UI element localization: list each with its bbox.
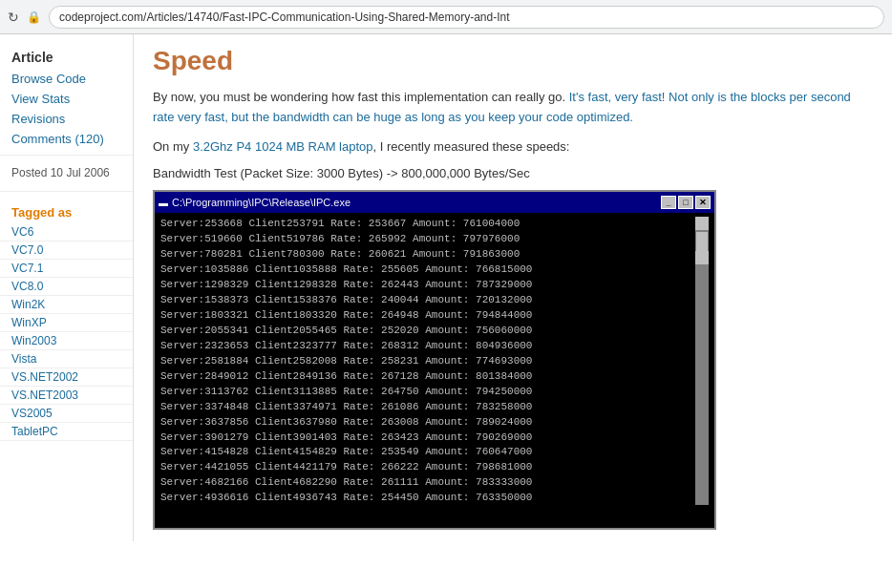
cmd-line: Server:4682166 Client4682290 Rate: 26111… — [160, 475, 691, 491]
cmd-line: Server:2581884 Client2582008 Rate: 25823… — [160, 354, 691, 369]
article-section-title: Article — [0, 44, 133, 69]
tag-vc80[interactable]: VC8.0 — [0, 278, 133, 296]
refresh-icon[interactable]: ↻ — [8, 10, 19, 25]
tag-vc71[interactable]: VC7.1 — [0, 260, 133, 278]
cmd-line: Server:519660 Client519786 Rate: 265992 … — [160, 232, 691, 247]
cmd-line: Server:2323653 Client2323777 Rate: 26831… — [160, 339, 691, 354]
cmd-line: Server:4936616 Client4936743 Rate: 25445… — [160, 491, 691, 505]
tag-tabletpc[interactable]: TabletPC — [0, 423, 133, 441]
cmd-line: Server:3374848 Client3374971 Rate: 26108… — [160, 400, 691, 415]
cmd-line: Server:3901279 Client3901403 Rate: 26342… — [160, 430, 691, 446]
cmd-icon: ▬ — [159, 198, 168, 208]
cmd-line: Server:1298329 Client1298328 Rate: 26244… — [160, 278, 691, 293]
cmd-line: Server:3637856 Client3637980 Rate: 26300… — [160, 415, 691, 430]
tag-vsnet2003[interactable]: VS.NET2003 — [0, 387, 133, 405]
cmd-line: Server:1803321 Client1803320 Rate: 26494… — [160, 308, 691, 324]
posted-info: Posted 10 Jul 2006 — [0, 161, 133, 185]
speed-line-highlight: 3.2Ghz P4 1024 MB RAM laptop — [193, 139, 373, 154]
sidebar-divider-2 — [0, 191, 133, 192]
cmd-titlebar: ▬ C:\Programming\IPC\Release\IPC.exe _ □… — [155, 192, 714, 213]
intro-text-normal: By now, you must be wondering how fast t… — [153, 90, 569, 104]
speed-line-text-2: , I recently measured these speeds: — [373, 139, 570, 154]
cmd-line: Server:1538373 Client1538376 Rate: 24004… — [160, 293, 691, 308]
cmd-line: Server:2055341 Client2055465 Rate: 25202… — [160, 324, 691, 339]
sidebar-link-comments[interactable]: Comments (120) — [0, 129, 133, 149]
tag-vs2005[interactable]: VS2005 — [0, 405, 133, 423]
page-layout: Article Browse Code View Stats Revisions… — [0, 34, 892, 541]
cmd-footer — [155, 509, 714, 528]
sidebar-link-revisions[interactable]: Revisions — [0, 109, 133, 129]
tag-win2003[interactable]: Win2003 — [0, 332, 133, 350]
intro-paragraph: By now, you must be wondering how fast t… — [153, 88, 873, 128]
sidebar: Article Browse Code View Stats Revisions… — [0, 34, 134, 541]
cmd-scrollbar[interactable]: ▲ ▼ — [695, 217, 709, 505]
tagged-as-title: Tagged as — [0, 198, 133, 223]
cmd-title-left: ▬ C:\Programming\IPC\Release\IPC.exe — [159, 197, 350, 208]
cmd-line: Server:2849012 Client2849136 Rate: 26712… — [160, 369, 691, 385]
tag-vsnet2002[interactable]: VS.NET2002 — [0, 368, 133, 387]
cmd-line: Server:780281 Client780300 Rate: 260621 … — [160, 247, 691, 262]
browser-bar: ↻ 🔒 — [0, 0, 892, 34]
cmd-line: Server:3113762 Client3113885 Rate: 26475… — [160, 385, 691, 400]
bandwidth-text: Bandwidth Test (Packet Size: 3000 Bytes)… — [153, 166, 873, 180]
speed-line-text-1: On my — [153, 139, 193, 154]
cmd-window: ▬ C:\Programming\IPC\Release\IPC.exe _ □… — [153, 190, 716, 530]
tag-winxp[interactable]: WinXP — [0, 314, 133, 332]
sidebar-divider-1 — [0, 155, 133, 156]
sidebar-link-view-stats[interactable]: View Stats — [0, 89, 133, 109]
lock-icon: 🔒 — [27, 10, 41, 24]
cmd-title-text: C:\Programming\IPC\Release\IPC.exe — [172, 197, 350, 208]
tag-vc6[interactable]: VC6 — [0, 223, 133, 242]
section-heading: Speed — [153, 46, 873, 76]
cmd-minimize-button[interactable]: _ — [661, 196, 676, 209]
cmd-body: Server:253668 Client253791 Rate: 253667 … — [155, 213, 714, 509]
cmd-scroll-down[interactable]: ▼ — [695, 251, 709, 264]
cmd-line: Server:4421055 Client4421179 Rate: 26622… — [160, 460, 691, 475]
cmd-scroll-thumb[interactable] — [696, 232, 708, 251]
cmd-text-area: Server:253668 Client253791 Rate: 253667 … — [160, 217, 691, 505]
main-content: Speed By now, you must be wondering how … — [134, 34, 892, 541]
sidebar-link-browse-code[interactable]: Browse Code — [0, 69, 133, 89]
cmd-close-button[interactable]: ✕ — [695, 196, 711, 209]
cmd-controls: _ □ ✕ — [661, 196, 711, 209]
cmd-restore-button[interactable]: □ — [678, 196, 693, 209]
tag-win2k[interactable]: Win2K — [0, 296, 133, 314]
cmd-scroll-up[interactable]: ▲ — [695, 217, 709, 230]
cmd-line: Server:4154828 Client4154829 Rate: 25354… — [160, 445, 691, 460]
tag-vista[interactable]: Vista — [0, 350, 133, 368]
cmd-line: Server:1035886 Client1035888 Rate: 25560… — [160, 262, 691, 278]
tag-vc70[interactable]: VC7.0 — [0, 242, 133, 260]
cmd-line: Server:253668 Client253791 Rate: 253667 … — [160, 217, 691, 232]
url-bar[interactable] — [49, 6, 884, 29]
speed-line: On my 3.2Ghz P4 1024 MB RAM laptop, I re… — [153, 137, 873, 158]
